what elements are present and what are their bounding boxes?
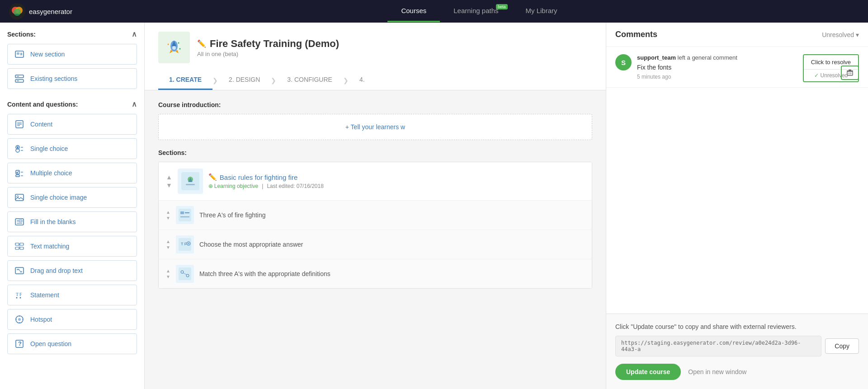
statement-label: Statement (30, 291, 59, 299)
sidebar-item-text-matching[interactable]: Text matching (7, 236, 137, 257)
sidebar-item-hotspot[interactable]: Hotspot (7, 309, 137, 330)
beta-badge: beta (496, 4, 508, 9)
svg-text:T F: T F (181, 242, 187, 246)
step-tab-create[interactable]: 1. CREATE (158, 70, 212, 90)
app-name-label: easygenerator (29, 8, 72, 15)
sidebar-item-statement[interactable]: T F Statement (7, 285, 137, 305)
sub-sort-down-2[interactable]: ▼ (166, 245, 170, 250)
svg-rect-25 (15, 194, 24, 201)
fill-in-blanks-icon (14, 216, 25, 227)
sections-chevron[interactable]: ∧ (132, 30, 137, 38)
sub-sort-up-3[interactable]: ▲ (166, 268, 170, 273)
step-arrow-3: ❯ (343, 77, 349, 84)
sub-item-name-1: Three A's of fire fighting (199, 211, 266, 219)
section-card-header: ▲ ▼ ✏️ Basic rule (159, 162, 592, 200)
svg-point-57 (168, 44, 169, 45)
svg-rect-38 (20, 271, 22, 272)
sort-down-icon[interactable]: ▼ (166, 182, 172, 189)
share-url-row: https://staging.easygenerator.com/review… (615, 336, 859, 356)
easygenerator-logo (9, 3, 25, 19)
svg-rect-77 (849, 70, 851, 70)
course-intro-box[interactable]: + Tell your learners w (158, 114, 592, 140)
course-thumbnail (158, 32, 190, 63)
sidebar-item-open-question[interactable]: ? Open question (7, 333, 137, 354)
nav-tab-my-library[interactable]: My Library (512, 0, 571, 22)
plus-circle-icon: ⊕ (208, 183, 213, 189)
status-check-icon: ✓ (814, 72, 819, 79)
nav-tab-courses[interactable]: Courses (387, 0, 440, 22)
sidebar-item-existing-sections[interactable]: Existing sections (7, 68, 137, 89)
copy-button[interactable]: Copy (825, 338, 859, 354)
section-info: ✏️ Basic rules for fighting fire ⊕ Learn… (208, 173, 585, 189)
svg-text:F: F (19, 292, 22, 297)
statement-icon: T F (14, 290, 25, 300)
filter-dropdown-icon: ▾ (856, 31, 859, 38)
svg-point-54 (172, 46, 176, 50)
svg-rect-5 (17, 52, 19, 55)
sidebar-item-multiple-choice[interactable]: Multiple choice (7, 163, 137, 183)
unresolved-label: Unresolved (822, 31, 854, 38)
step-tab-4[interactable]: 4. (349, 70, 376, 90)
sub-sort-down-1[interactable]: ▼ (166, 216, 170, 220)
right-comments-panel: Comments Unresolved ▾ S support_team lef… (606, 23, 868, 389)
text-matching-icon (14, 241, 25, 252)
sub-sort-arrows-3[interactable]: ▲ ▼ (166, 268, 170, 279)
sidebar-item-content[interactable]: Content (7, 114, 137, 135)
content-label: Content (30, 121, 52, 128)
hotspot-label: Hotspot (30, 316, 52, 323)
svg-rect-78 (847, 71, 853, 75)
action-row: Update course Open in new window (615, 364, 859, 380)
svg-point-58 (179, 48, 181, 50)
sidebar-item-fill-in-blanks[interactable]: Fill in the blanks (7, 211, 137, 232)
svg-point-41 (16, 297, 18, 299)
svg-rect-65 (180, 211, 184, 214)
section-edit-icon[interactable]: ✏️ (208, 173, 217, 181)
sidebar-item-new-section[interactable]: New section (7, 44, 137, 65)
unresolved-filter[interactable]: Unresolved ▾ (822, 31, 859, 38)
sub-sort-up-2[interactable]: ▲ (166, 239, 170, 244)
sub-sort-arrows-2[interactable]: ▲ ▼ (166, 239, 170, 250)
svg-rect-36 (15, 267, 24, 274)
sort-up-icon[interactable]: ▲ (166, 173, 172, 181)
course-title-row: ✏️ Fire Safety Training (Demo) All in on… (158, 32, 592, 63)
svg-point-59 (178, 42, 179, 44)
sub-sort-arrows-1[interactable]: ▲ ▼ (166, 210, 170, 220)
share-section: Click "Update course" to copy and share … (606, 314, 868, 389)
main-content-area: ✏️ Fire Safety Training (Demo) All in on… (145, 23, 606, 389)
delete-comment-button[interactable] (841, 66, 859, 80)
sub-sort-up-1[interactable]: ▲ (166, 210, 170, 215)
sidebar-item-single-choice-image[interactable]: Single choice image (7, 187, 137, 208)
content-icon (14, 119, 25, 130)
section-card-main: ▲ ▼ ✏️ Basic rule (158, 162, 592, 289)
svg-point-17 (17, 146, 19, 148)
step-arrow-2: ❯ (271, 77, 276, 84)
existing-sections-label: Existing sections (30, 75, 77, 82)
sub-item-name-2: Choose the most appropriate answer (199, 241, 303, 248)
sub-item-2: ▲ ▼ T F Choose the most appropriate answ… (159, 230, 592, 259)
sub-item-3: ▲ ▼ Match three A's with the appropriate… (159, 259, 592, 288)
new-section-icon (14, 49, 25, 60)
svg-point-44 (18, 318, 21, 321)
sub-item-thumb-1 (176, 206, 194, 224)
course-title: Fire Safety Training (Demo) (210, 38, 339, 50)
course-intro-label: Course introduction: (158, 101, 592, 108)
step-tab-configure[interactable]: 3. CONFIGURE (276, 70, 343, 90)
open-new-window-link[interactable]: Open in new window (688, 368, 746, 375)
section-thumbnail (178, 169, 203, 194)
svg-rect-9 (15, 80, 24, 82)
sidebar-item-drag-drop-text[interactable]: Drag and drop text (7, 260, 137, 281)
nav-tab-learning-paths[interactable]: Learning paths beta (440, 0, 512, 22)
sub-sort-down-3[interactable]: ▼ (166, 274, 170, 279)
section-sort-arrows[interactable]: ▲ ▼ (166, 173, 172, 189)
step-tab-design[interactable]: 2. DESIGN (218, 70, 271, 90)
sidebar-item-single-choice[interactable]: Single choice (7, 138, 137, 159)
svg-point-71 (188, 243, 189, 244)
update-course-button[interactable]: Update course (615, 364, 681, 380)
svg-rect-32 (20, 243, 24, 245)
learning-objective[interactable]: ⊕ Learning objective (208, 183, 258, 189)
comment-action: left a general comment (678, 54, 737, 61)
content-chevron[interactable]: ∧ (132, 100, 137, 108)
multiple-choice-icon (14, 168, 25, 178)
course-title-edit-icon[interactable]: ✏️ (197, 39, 206, 48)
open-question-label: Open question (30, 340, 71, 347)
